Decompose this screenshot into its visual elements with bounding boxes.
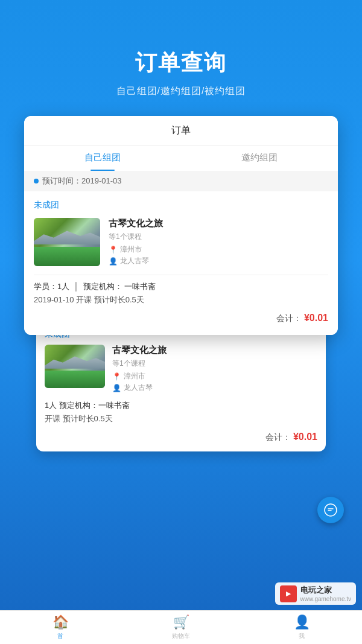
watermark-url: www.gamehome.tv xyxy=(300,596,351,602)
second-order-total-price: ¥0.01 xyxy=(293,432,317,442)
person-icon: 👤 xyxy=(109,257,118,266)
tab-bar-home[interactable]: 🏠 首 xyxy=(0,611,121,644)
second-card-content: 未成团 古琴文化之旅 等1个课程 📍 漳州市 👤 龙人古琴 xyxy=(36,323,326,451)
card-header: 订单 xyxy=(24,116,338,146)
second-meta-date: 开课 预计时长0.5天 xyxy=(45,412,317,426)
date-bar: 预订时间：2019-01-03 xyxy=(24,171,338,191)
divider xyxy=(34,275,328,275)
second-order-name: 古琴文化之旅 xyxy=(112,345,317,356)
tabs-row: 自己组团 邀约组团 xyxy=(24,146,338,171)
order-status: 未成团 xyxy=(34,200,328,211)
tab-invite-group[interactable]: 邀约组团 xyxy=(181,146,338,171)
meta-date-line: 2019-01-10 开课 预计时长0.5天 xyxy=(34,293,328,307)
order-image xyxy=(34,218,100,266)
main-card: 订单 自己组团 邀约组团 预订时间：2019-01-03 未成团 古琴文化之旅 xyxy=(24,116,338,335)
order-image-visual xyxy=(34,218,100,266)
tab-bar: 🏠 首 🛒 购物车 👤 我 xyxy=(0,610,362,644)
second-pin-icon: 📍 xyxy=(112,372,121,381)
order-org: 👤 龙人古琴 xyxy=(109,256,328,266)
profile-label: 我 xyxy=(299,632,305,640)
order-name: 古琴文化之旅 xyxy=(109,218,328,229)
cart-label: 购物车 xyxy=(172,632,190,640)
order-desc: 等1个课程 xyxy=(109,232,328,242)
second-order-item: 古琴文化之旅 等1个课程 📍 漳州市 👤 龙人古琴 xyxy=(45,345,317,394)
chat-fab-button[interactable] xyxy=(317,497,344,523)
page-title: 订单查询 xyxy=(0,48,362,78)
cards-container: 订单 自己组团 邀约组团 预订时间：2019-01-03 未成团 古琴文化之旅 xyxy=(0,116,362,451)
page-subtitle: 自己组团/邀约组团/被约组团 xyxy=(0,85,362,98)
tab-bar-profile[interactable]: 👤 我 xyxy=(241,611,362,644)
watermark: ▶ 电玩之家 www.gamehome.tv xyxy=(275,582,356,605)
tab-bar-cart[interactable]: 🛒 购物车 xyxy=(121,611,241,644)
tab-own-group[interactable]: 自己组团 xyxy=(24,146,181,171)
home-label: 首 xyxy=(57,632,63,640)
second-order-image xyxy=(45,345,105,388)
cart-icon: 🛒 xyxy=(173,614,189,630)
watermark-text: 电玩之家 www.gamehome.tv xyxy=(300,585,351,602)
second-order-location: 📍 漳州市 xyxy=(112,371,317,381)
second-meta-students: 1人 预定机构：一味书斋 xyxy=(45,399,317,412)
second-order-total: 会计： ¥0.01 xyxy=(45,426,317,445)
home-icon: 🏠 xyxy=(52,614,69,630)
second-order-org: 👤 龙人古琴 xyxy=(112,383,317,393)
watermark-logo: ▶ xyxy=(280,585,297,602)
second-card: 未成团 古琴文化之旅 等1个课程 📍 漳州市 👤 龙人古琴 xyxy=(36,323,326,451)
bottom-nav: ▶ 电玩之家 www.gamehome.tv 🏠 首 🛒 购物车 👤 我 xyxy=(0,610,362,644)
profile-icon: 👤 xyxy=(294,614,310,630)
watermark-name: 电玩之家 xyxy=(300,585,351,596)
order-location: 📍 漳州市 xyxy=(109,244,328,255)
date-label: 预订时间：2019-01-03 xyxy=(42,176,122,187)
second-order-image-visual xyxy=(45,345,105,388)
meta-students-line: 学员：1人 │ 预定机构： 一味书斋 xyxy=(34,280,328,293)
order-meta: 学员：1人 │ 预定机构： 一味书斋 2019-01-10 开课 预计时长0.5… xyxy=(34,280,328,307)
second-order-desc: 等1个课程 xyxy=(112,359,317,369)
second-order-info: 古琴文化之旅 等1个课程 📍 漳州市 👤 龙人古琴 xyxy=(112,345,317,394)
order-total-price: ¥0.01 xyxy=(304,313,328,323)
order-content: 未成团 古琴文化之旅 等1个课程 📍 漳州市 👤 龙人古琴 xyxy=(24,191,338,335)
header: 订单查询 自己组团/邀约组团/被约组团 xyxy=(0,0,362,116)
pin-icon: 📍 xyxy=(109,246,118,254)
date-dot xyxy=(34,179,39,183)
svg-point-0 xyxy=(325,504,337,516)
order-info: 古琴文化之旅 等1个课程 📍 漳州市 👤 龙人古琴 xyxy=(109,218,328,267)
card-title: 订单 xyxy=(24,124,338,145)
order-total: 会计： ¥0.01 xyxy=(34,307,328,327)
second-order-meta: 1人 预定机构：一味书斋 开课 预计时长0.5天 xyxy=(45,399,317,426)
order-item: 古琴文化之旅 等1个课程 📍 漳州市 👤 龙人古琴 xyxy=(34,218,328,267)
second-person-icon: 👤 xyxy=(112,384,121,392)
